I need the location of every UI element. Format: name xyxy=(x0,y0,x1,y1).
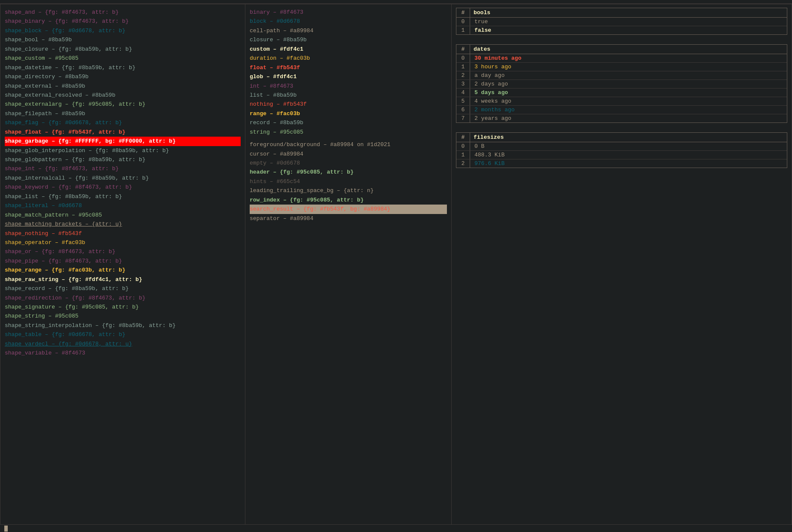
left-line-item: shape_directory – #8ba59b xyxy=(5,72,241,81)
table-cell-value: 0 B xyxy=(470,142,489,150)
mid-line-item: glob – #fdf4c1 xyxy=(250,72,447,81)
table-row: 62 months ago xyxy=(456,106,787,114)
table-row: 00 B xyxy=(456,142,787,151)
table-cell-value: 2 months ago xyxy=(470,106,519,114)
left-line-item: shape_vardecl – {fg: #0d6678, attr: u} xyxy=(5,339,241,349)
left-line-item: shape_pipe – {fg: #8f4673, attr: b} xyxy=(5,257,241,266)
left-line-item: shape_operator – #fac03b xyxy=(5,238,241,247)
left-line-item: shape_external – #8ba59b xyxy=(5,82,241,91)
table-cell-hash: 0 xyxy=(456,18,470,26)
table-cell-hash: 2 xyxy=(456,159,470,168)
mid-line-item: row_index – {fg: #95c085, attr: b} xyxy=(250,196,447,205)
table-cell-value: 976.6 KiB xyxy=(470,159,509,168)
mid-line-item: search_result – {fg: #fb543f, bg: #a8998… xyxy=(250,205,447,214)
data-table: #filesizes00 B1488.3 KiB2976.6 KiB xyxy=(456,132,787,168)
table-cell-hash: 2 xyxy=(456,71,470,79)
left-line-item: shape_or – {fg: #8f4673, attr: b} xyxy=(5,247,241,256)
table-cell-value: true xyxy=(470,18,492,26)
left-line-item: shape_raw_string – {fg: #fdf4c1, attr: b… xyxy=(5,275,241,284)
mid-line-item: int – #8f4673 xyxy=(250,82,447,91)
left-line-item: shape_signature – {fg: #95c085, attr: b} xyxy=(5,303,241,312)
left-line-item: shape_nothing – #fb543f xyxy=(5,229,241,238)
mid-line-item: binary – #8f4673 xyxy=(250,8,447,17)
table-row: 45 days ago xyxy=(456,89,787,97)
left-line-item: shape_record – {fg: #8ba59b, attr: b} xyxy=(5,284,241,293)
left-line-item: shape_flag – {fg: #0d6678, attr: b} xyxy=(5,118,241,127)
table-cell-value: 2 days ago xyxy=(470,80,512,88)
table-cell-hash: 0 xyxy=(456,142,470,150)
table-row: 1false xyxy=(456,26,787,34)
cursor xyxy=(4,526,8,532)
table-col-hash: # xyxy=(456,133,470,142)
left-line-item: shape_keyword – {fg: #8f4673, attr: b} xyxy=(5,183,241,192)
left-line-item: shape_bool – #8ba59b xyxy=(5,35,241,44)
mid-line-item: custom – #fdf4c1 xyxy=(250,45,447,54)
left-line-item: shape_datetime – {fg: #8ba59b, attr: b} xyxy=(5,63,241,72)
table-cell-value: 30 minutes ago xyxy=(470,54,526,62)
mid-line-item: nothing – #fb543f xyxy=(250,100,447,109)
left-line-item: shape_match_pattern – #95c085 xyxy=(5,211,241,220)
table-col-title: filesizes xyxy=(470,133,507,142)
table-row: 13 hours ago xyxy=(456,63,787,71)
table-row: 54 weeks ago xyxy=(456,97,787,106)
mid-line-item: hints – #665c54 xyxy=(250,177,447,186)
left-line-item: shape_redirection – {fg: #8f4673, attr: … xyxy=(5,294,241,303)
data-table: #dates030 minutes ago13 hours ago2a day … xyxy=(456,44,787,123)
table-cell-value: 5 days ago xyxy=(470,89,512,97)
left-line-item: shape_range – {fg: #fac03b, attr: b} xyxy=(5,266,241,275)
left-line-item: shape_block – {fg: #0d6678, attr: b} xyxy=(5,26,241,35)
mid-line-item: float – #fb543f xyxy=(250,63,447,72)
mid-line-item: empty – #0d6678 xyxy=(250,159,447,168)
mid-line-item: separator – #a89984 xyxy=(250,214,447,223)
left-line-item: shape_external_resolved – #8ba59b xyxy=(5,91,241,100)
left-line-item: shape_internalcall – {fg: #8ba59b, attr:… xyxy=(5,174,241,183)
table-cell-hash: 4 xyxy=(456,89,470,97)
col-right: #bools0true1false#dates030 minutes ago13… xyxy=(452,4,792,524)
table-col-title: dates xyxy=(470,45,494,54)
mid-line-item: header – {fg: #95c085, attr: b} xyxy=(250,168,447,177)
col-left: shape_and – {fg: #8f4673, attr: b}shape_… xyxy=(0,4,245,524)
left-line-item: shape_externalarg – {fg: #95c085, attr: … xyxy=(5,100,241,109)
left-line-item: shape_custom – #95c085 xyxy=(5,54,241,63)
left-line-item: shape_glob_interpolation – {fg: #8ba59b,… xyxy=(5,146,241,155)
table-cell-value: a day ago xyxy=(470,71,509,79)
mid-line-item: string – #95c085 xyxy=(250,128,447,137)
table-row: 72 years ago xyxy=(456,114,787,122)
mid-line-item: cell-path – #a89984 xyxy=(250,26,447,35)
mid-line-item: duration – #fac03b xyxy=(250,54,447,63)
data-table: #bools0true1false xyxy=(456,8,787,35)
table-cell-hash: 1 xyxy=(456,63,470,71)
table-cell-value: 3 hours ago xyxy=(470,63,516,71)
table-col-title: bools xyxy=(470,8,494,17)
theme-bar xyxy=(0,0,792,4)
table-cell-value: false xyxy=(470,26,495,34)
left-line-item: shape_string – #95c085 xyxy=(5,312,241,321)
mid-line-item: leading_trailing_space_bg – {attr: n} xyxy=(250,186,447,195)
table-row: 030 minutes ago xyxy=(456,54,787,63)
table-cell-value: 488.3 KiB xyxy=(470,151,509,159)
left-line-item: shape_list – {fg: #8ba59b, attr: b} xyxy=(5,192,241,201)
left-line-item: shape_garbage – {fg: #FFFFFF, bg: #FF000… xyxy=(5,137,241,146)
table-cell-hash: 3 xyxy=(456,80,470,88)
table-row: 2a day ago xyxy=(456,71,787,80)
mid-line-item: cursor – #a89984 xyxy=(250,150,447,159)
left-line-item: shape_and – {fg: #8f4673, attr: b} xyxy=(5,8,241,17)
table-cell-value: 2 years ago xyxy=(470,114,516,122)
left-line-item: shape_closure – {fg: #8ba59b, attr: b} xyxy=(5,45,241,54)
table-row: 32 days ago xyxy=(456,80,787,89)
table-cell-value: 4 weeks ago xyxy=(470,97,516,105)
table-row: 2976.6 KiB xyxy=(456,159,787,168)
table-cell-hash: 7 xyxy=(456,114,470,122)
mid-line-item: range – #fac03b xyxy=(250,109,447,118)
table-cell-hash: 0 xyxy=(456,54,470,62)
left-line-item: shape_binary – {fg: #8f4673, attr: b} xyxy=(5,17,241,26)
table-col-hash: # xyxy=(456,8,470,17)
main-container: shape_and – {fg: #8f4673, attr: b}shape_… xyxy=(0,4,792,525)
left-line-item: shape_int – {fg: #8f4673, attr: b} xyxy=(5,164,241,173)
mid-line-item: record – #8ba59b xyxy=(250,118,447,127)
left-line-item: shape_globpattern – {fg: #8ba59b, attr: … xyxy=(5,155,241,164)
table-row: 0true xyxy=(456,18,787,26)
left-line-item: shape_filepath – #8ba59b xyxy=(5,109,241,118)
table-row: 1488.3 KiB xyxy=(456,151,787,159)
table-cell-hash: 5 xyxy=(456,97,470,105)
